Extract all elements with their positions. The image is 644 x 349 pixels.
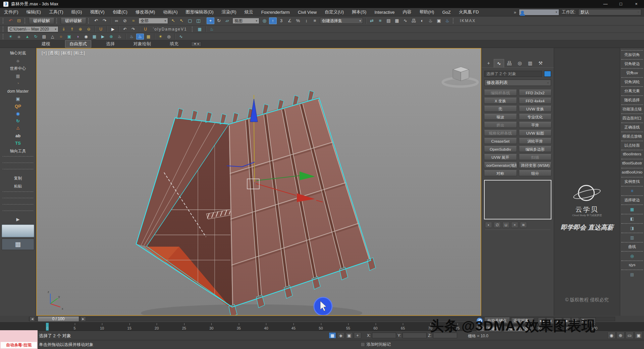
camera-film-icon[interactable]: ◎ [165, 34, 173, 40]
fracture-button-2[interactable]: 破碎破解 [61, 18, 86, 24]
modifier-button[interactable]: 编辑多边形 [519, 146, 552, 152]
modifier-button[interactable]: FFD 2x2x2 [519, 90, 552, 96]
tool-b-icon[interactable]: ◧ [620, 216, 644, 222]
toolbar-grip[interactable] [3, 27, 5, 32]
remove-modifier-icon[interactable]: × [511, 222, 518, 228]
menu-item[interactable]: Interactive [370, 10, 398, 15]
script-button[interactable]: 随机选择 [620, 98, 644, 103]
movie-capture-icon[interactable]: ▦ [196, 26, 204, 32]
material-editor-icon[interactable]: ◐ [418, 17, 426, 24]
modifier-button[interactable]: UVW 展开 [484, 154, 517, 160]
workspace-dropdown[interactable]: 默认 ▾ [578, 9, 641, 15]
menu-item[interactable]: Foxrenderfarm [257, 10, 294, 15]
rect-selection-icon[interactable]: ▢ [186, 17, 194, 24]
qp-icon[interactable]: QP [0, 103, 36, 110]
modifier-button[interactable]: 噪波 [484, 114, 517, 120]
y-coordinate-field[interactable] [402, 333, 427, 338]
ribbon-tab-3[interactable]: 选择 [102, 41, 119, 47]
pin-stack-icon[interactable]: ▪ [485, 222, 492, 228]
project-folder-dropdown[interactable]: C:\Users\··· Max 2020▾ [7, 26, 58, 32]
dom-master-button[interactable]: dom Master [1, 88, 35, 95]
layers-icon[interactable]: ▣ [65, 34, 73, 40]
tree-icon[interactable]: ▲ [23, 34, 31, 40]
menu-item[interactable]: Civil View [294, 10, 321, 15]
zoom-region-icon[interactable]: ▭ [626, 332, 634, 339]
select-object-icon[interactable]: ↖ [169, 17, 177, 24]
render-production-icon[interactable]: ♨ [443, 17, 451, 24]
fetch-icon[interactable]: ⊖ [85, 26, 93, 32]
modifier-button[interactable]: 细分 [519, 170, 552, 176]
tool-a-icon[interactable]: ▦ [620, 207, 644, 212]
undo-small-icon[interactable]: ↶ [121, 26, 129, 32]
object-color-swatch[interactable] [544, 71, 551, 77]
perspective-viewport[interactable]: [+] [透视] [标准] [粘土] [36, 48, 481, 316]
ts-icon[interactable]: TS [0, 140, 36, 147]
x-coordinate-field[interactable] [372, 333, 396, 338]
script-button[interactable]: 切角涡轮 [620, 80, 644, 85]
toolbar-grip[interactable] [192, 27, 194, 32]
copy-button[interactable]: 复制 [1, 175, 35, 182]
zoom-icon[interactable]: ⊕ [616, 332, 625, 339]
modifier-button[interactable]: 对称 [484, 170, 517, 176]
toolbar-overflow-icon[interactable]: » [514, 10, 516, 15]
tool-d-icon[interactable]: ▥ [620, 235, 644, 241]
menu-item[interactable]: 组(G) [67, 9, 86, 15]
tool-c-icon[interactable]: ◨ [620, 226, 644, 231]
menu-item[interactable]: 渲染(R) [218, 9, 240, 15]
rotate-tool-icon[interactable]: ↻ [215, 17, 223, 24]
script-button[interactable]: 壳加切角 [620, 52, 644, 58]
toolbar-grip[interactable] [56, 18, 59, 23]
picture-icon[interactable]: ▣ [0, 95, 36, 103]
modifier-button[interactable]: UVW 贴图 [519, 130, 552, 136]
scale-tool-icon[interactable]: ▱ [223, 17, 231, 24]
render-setup-icon[interactable]: ♨ [427, 17, 434, 24]
modifier-button[interactable]: FFD 4x4x4 [519, 98, 552, 104]
layer-manager-icon[interactable]: ▤ [385, 17, 392, 24]
modifier-list-dropdown[interactable]: 修改器列表 ▾ [484, 80, 551, 86]
u2-plugin-icon[interactable]: U [142, 26, 149, 32]
script-button[interactable]: sjys [620, 263, 644, 268]
menu-item[interactable]: 编辑(E) [22, 9, 45, 15]
scene-canvas[interactable]: x y z [37, 49, 481, 316]
script-button[interactable]: 实例查找 [620, 179, 644, 185]
ab-icon[interactable]: ab [0, 132, 36, 140]
configure-modifier-icon[interactable]: ≋ [520, 222, 527, 228]
spinner-snap-icon[interactable]: ↕ [303, 17, 310, 24]
paste-button[interactable]: 粘贴 [1, 183, 35, 190]
active-tool-button[interactable] [2, 225, 34, 237]
pan-icon[interactable]: ◉ [607, 332, 615, 339]
cloud-render-icon[interactable]: ♨ [128, 34, 136, 40]
script-button[interactable]: tBoolSubstr [620, 161, 644, 166]
modifier-button[interactable]: CreaseSet [484, 138, 517, 144]
add-icon[interactable]: ⊕ [107, 34, 115, 40]
modifier-button[interactable]: 专业优化 [519, 114, 552, 120]
light-icon[interactable]: ☀ [7, 34, 14, 40]
script-button[interactable]: 根据点放物 [620, 134, 644, 139]
script-button[interactable]: 分离元素 [620, 89, 644, 94]
script-button[interactable]: 四边面封口 [620, 116, 644, 121]
menu-item[interactable]: 帮助(H) [415, 9, 438, 15]
menu-item[interactable]: 文件(F) [0, 9, 22, 15]
layers-stack-icon[interactable]: ≡ [620, 188, 644, 194]
percent-snap-icon[interactable]: % [294, 17, 302, 24]
toolbar-grip[interactable] [453, 18, 455, 23]
lock-selection-icon[interactable]: ◈ [337, 332, 344, 339]
menu-item[interactable]: 修改器(M) [131, 9, 159, 15]
snap-3d-icon[interactable]: 3 [277, 17, 285, 24]
thumb-icon[interactable]: ▦ [0, 72, 36, 80]
ring-icon[interactable]: ○ [57, 34, 65, 40]
pages-icon[interactable]: ▤ [40, 34, 48, 40]
pivot-to-bottom-button[interactable]: 轴心对底 [1, 50, 35, 56]
move-tool-icon[interactable]: + [207, 17, 214, 24]
script-button[interactable]: 以点转面 [620, 143, 644, 148]
grid-snap-icon[interactable]: ▦ [329, 332, 336, 339]
make-unique-icon[interactable]: ⊔ [502, 222, 509, 228]
mirror-icon[interactable]: ⇄ [368, 17, 376, 24]
object-name-field[interactable]: 选择了 2 个 对象 [484, 71, 542, 77]
toolbar-grip[interactable] [3, 34, 5, 39]
offset-mode-icon[interactable]: + [354, 332, 361, 339]
sun-icon[interactable]: ☼ [0, 57, 36, 64]
selection-filter-dropdown[interactable]: 全部▾ [139, 18, 168, 24]
create-tab-icon[interactable]: + [483, 59, 494, 67]
toolbar-grip[interactable] [3, 18, 5, 23]
